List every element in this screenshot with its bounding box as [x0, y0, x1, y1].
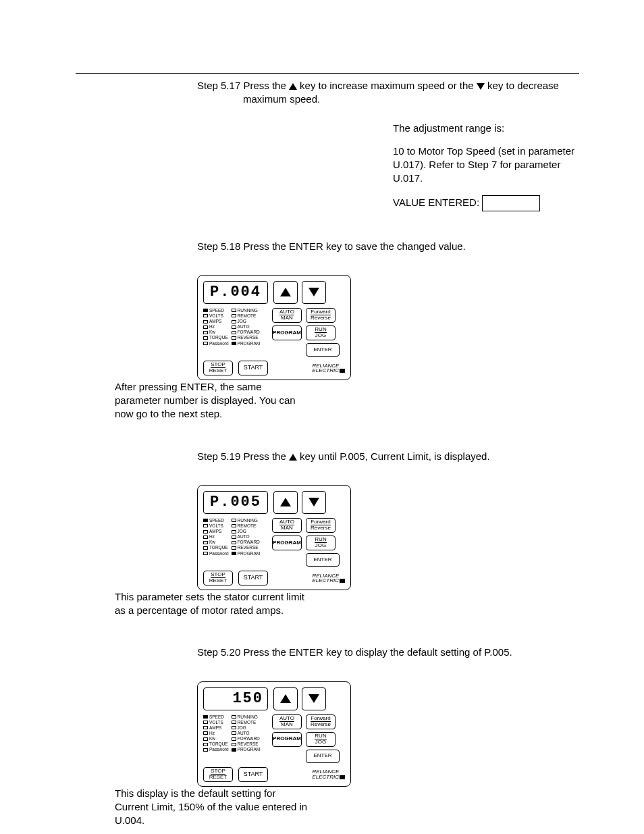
- up-arrow-icon: [289, 83, 297, 90]
- run-jog-key[interactable]: RUNJOG: [306, 536, 336, 550]
- run-jog-key[interactable]: RUNJOG: [306, 732, 336, 747]
- step-5-17-notes: The adjustment range is: 10 to Motor Top…: [393, 122, 589, 211]
- up-triangle-icon: [280, 694, 291, 703]
- program-key[interactable]: PROGRAM: [272, 325, 302, 340]
- keypad-panel-p004: P.004 SPEED VOLTS AMPS Hz Kw TORQUE Pass…: [197, 275, 351, 380]
- step-5-19-label: Step 5.19: [197, 450, 240, 462]
- forward-reverse-key[interactable]: ForwardReverse: [306, 518, 336, 533]
- led-grid: SPEED VOLTS AMPS Hz Kw TORQUE Password R…: [203, 308, 268, 357]
- start-key[interactable]: START: [238, 361, 268, 375]
- step-5-20: Step 5.20 Press the ENTER key to display…: [197, 646, 579, 659]
- led-grid: SPEED VOLTS AMPS Hz Kw TORQUE Password R…: [203, 518, 268, 567]
- enter-key[interactable]: ENTER: [306, 343, 340, 357]
- auto-man-key[interactable]: AUTOMAN: [272, 714, 302, 729]
- down-triangle-icon: [308, 288, 319, 296]
- brand-label: RELIANCE ELECTRIC: [312, 573, 345, 583]
- brand-mark-icon: [340, 369, 345, 373]
- keypad-panel-150: 150 SPEED VOLTS AMPS Hz Kw TORQUE Passwo…: [197, 681, 351, 787]
- down-arrow-icon: [477, 83, 485, 90]
- up-arrow-icon: [289, 454, 297, 461]
- auto-man-key[interactable]: AUTOMAN: [272, 518, 302, 533]
- step-5-17-label: Step 5.17: [197, 80, 240, 91]
- forward-reverse-key[interactable]: ForwardReverse: [306, 308, 336, 323]
- start-key[interactable]: START: [238, 571, 268, 585]
- step-5-17-pre: Press the: [243, 80, 289, 91]
- stop-reset-key[interactable]: STOPRESET: [203, 361, 233, 375]
- led-grid: SPEED VOLTS AMPS Hz Kw TORQUE Password R…: [203, 714, 268, 763]
- top-rule: [76, 73, 579, 74]
- brand-label: RELIANCE ELECTRIC: [312, 363, 345, 373]
- value-entered-row: VALUE ENTERED:: [393, 195, 589, 211]
- up-key[interactable]: [273, 491, 298, 514]
- down-triangle-icon: [308, 498, 319, 506]
- adjustment-range-intro: The adjustment range is:: [393, 122, 589, 135]
- step-5-20-pair: 150 SPEED VOLTS AMPS Hz Kw TORQUE Passwo…: [76, 671, 579, 828]
- step-5-17-mid: key to increase maximum speed or the: [297, 80, 477, 91]
- lcd-display: P.005: [203, 491, 268, 514]
- program-key[interactable]: PROGRAM: [272, 732, 302, 747]
- program-key[interactable]: PROGRAM: [272, 536, 302, 550]
- step-5-19-post: key until P.005, Current Limit, is displ…: [297, 450, 490, 462]
- step-5-19-pre: Press the: [243, 450, 289, 462]
- brand-mark-icon: [340, 579, 345, 583]
- value-entered-label: VALUE ENTERED:: [393, 196, 479, 209]
- stop-reset-key[interactable]: STOPRESET: [203, 571, 233, 585]
- down-key[interactable]: [302, 687, 326, 710]
- step-5-18-text: Press the ENTER key to save the changed …: [243, 240, 465, 252]
- step-5-19-note: This parameter sets the stator current l…: [115, 590, 311, 618]
- step-5-19: Step 5.19 Press the key until P.005, Cur…: [197, 450, 579, 463]
- step-5-18-note: After pressing ENTER, the same parameter…: [115, 380, 311, 421]
- enter-key[interactable]: ENTER: [306, 553, 340, 567]
- adjustment-range-body: 10 to Motor Top Speed (set in parameter …: [393, 145, 589, 186]
- brand-mark-icon: [340, 775, 345, 779]
- enter-key[interactable]: ENTER: [306, 750, 340, 763]
- up-triangle-icon: [280, 498, 291, 506]
- up-key[interactable]: [273, 281, 298, 304]
- step-5-18-pair: P.004 SPEED VOLTS AMPS Hz Kw TORQUE Pass…: [76, 264, 579, 421]
- step-5-17: Step 5.17 Press the key to increase maxi…: [197, 79, 579, 107]
- keypad-panel-p005: P.005 SPEED VOLTS AMPS Hz Kw TORQUE Pass…: [197, 485, 351, 590]
- step-5-18-label: Step 5.18: [197, 240, 240, 252]
- step-5-18: Step 5.18 Press the ENTER key to save th…: [197, 240, 579, 253]
- step-5-20-note: This display is the default setting for …: [115, 787, 311, 828]
- down-key[interactable]: [302, 491, 326, 514]
- lcd-display: 150: [203, 687, 268, 710]
- step-5-20-label: Step 5.20: [197, 646, 240, 658]
- start-key[interactable]: START: [238, 767, 268, 782]
- up-key[interactable]: [273, 687, 298, 710]
- down-key[interactable]: [302, 281, 326, 304]
- brand-label: RELIANCE ELECTRIC: [312, 769, 345, 779]
- auto-man-key[interactable]: AUTOMAN: [272, 308, 302, 323]
- run-jog-key[interactable]: RUNJOG: [306, 325, 336, 340]
- stop-reset-key[interactable]: STOPRESET: [203, 767, 233, 782]
- down-triangle-icon: [308, 694, 319, 703]
- forward-reverse-key[interactable]: ForwardReverse: [306, 714, 336, 729]
- lcd-display: P.004: [203, 281, 268, 304]
- step-5-20-text: Press the ENTER key to display the defau…: [243, 646, 512, 658]
- step-5-19-pair: P.005 SPEED VOLTS AMPS Hz Kw TORQUE Pass…: [76, 474, 579, 618]
- up-triangle-icon: [280, 288, 291, 296]
- value-entered-box[interactable]: [482, 195, 540, 211]
- page: Step 5.17 Press the key to increase maxi…: [0, 0, 644, 834]
